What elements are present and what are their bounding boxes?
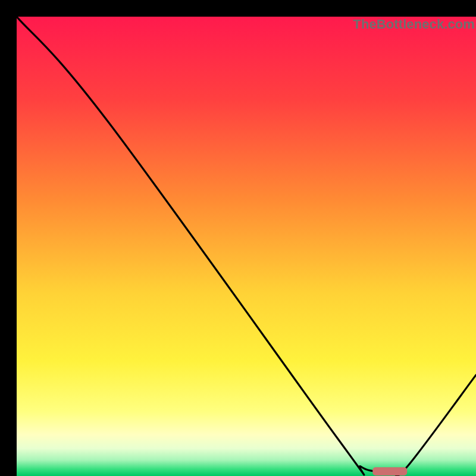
plot-area: TheBottleneck.com [17,17,476,476]
watermark-text: TheBottleneck.com [353,17,475,32]
optimal-range-marker [372,467,407,475]
chart-frame: TheBottleneck.com [0,0,476,476]
chart-svg [17,17,476,476]
bottleneck-curve [17,17,476,476]
